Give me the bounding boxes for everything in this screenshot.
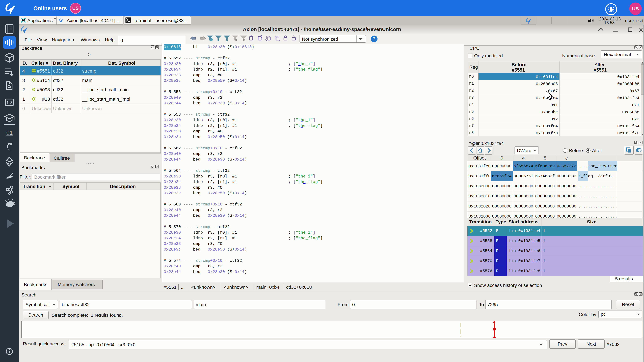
svg-text:01: 01 [6, 129, 13, 136]
